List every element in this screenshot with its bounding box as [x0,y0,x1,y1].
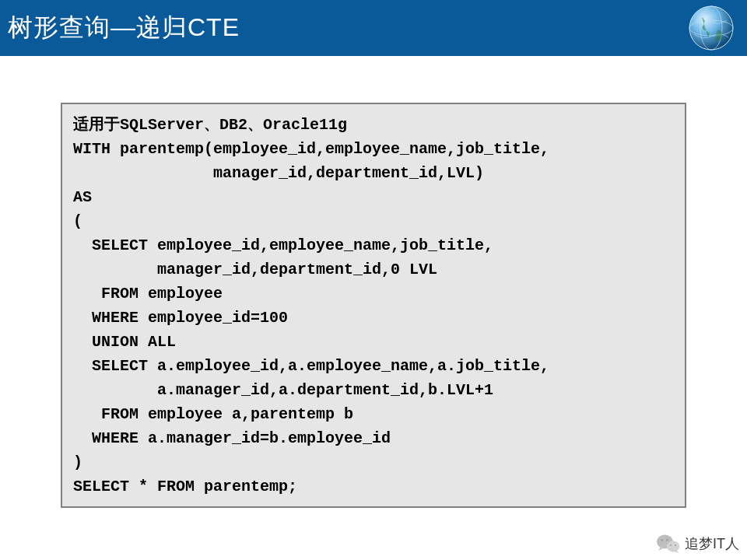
svg-point-6 [666,539,668,541]
code-line: ( [73,212,82,230]
slide-content: 适用于SQLServer、DB2、Oracle11g WITH parentem… [0,56,747,508]
code-line: ) [73,453,82,471]
applies-to-dbs: SQLServer、DB2、Oracle11g [120,116,347,134]
wechat-icon [657,534,680,554]
code-line: SELECT * FROM parentemp; [73,478,297,495]
slide-title: 树形查询—递归CTE [8,11,240,45]
code-line: WHERE employee_id=100 [73,309,288,327]
code-line: AS [73,188,92,206]
svg-point-8 [675,544,676,546]
code-line: manager_id,department_id,LVL) [73,164,484,182]
code-line: FROM employee a,parentemp b [73,405,353,423]
code-line: FROM employee [73,285,223,303]
code-line: manager_id,department_id,0 LVL [73,261,437,278]
svg-point-7 [670,544,672,546]
code-line: SELECT a.employee_id,a.employee_name,a.j… [73,357,549,375]
svg-point-4 [667,541,680,551]
applies-to-label: 适用于 [73,115,120,132]
slide-header: 树形查询—递归CTE [0,0,747,56]
code-line: a.manager_id,a.department_id,b.LVL+1 [73,381,493,399]
code-line: UNION ALL [73,333,176,351]
code-line: SELECT employee_id,employee_name,job_tit… [73,236,493,254]
footer-watermark: 追梦IT人 [657,534,739,554]
code-line: WITH parentemp(employee_id,employee_name… [73,140,549,158]
svg-point-5 [661,539,663,541]
code-line: WHERE a.manager_id=b.employee_id [73,429,391,447]
globe-icon [686,3,736,53]
svg-point-0 [689,6,733,50]
footer-brand: 追梦IT人 [685,534,739,553]
code-box: 适用于SQLServer、DB2、Oracle11g WITH parentem… [61,103,686,508]
